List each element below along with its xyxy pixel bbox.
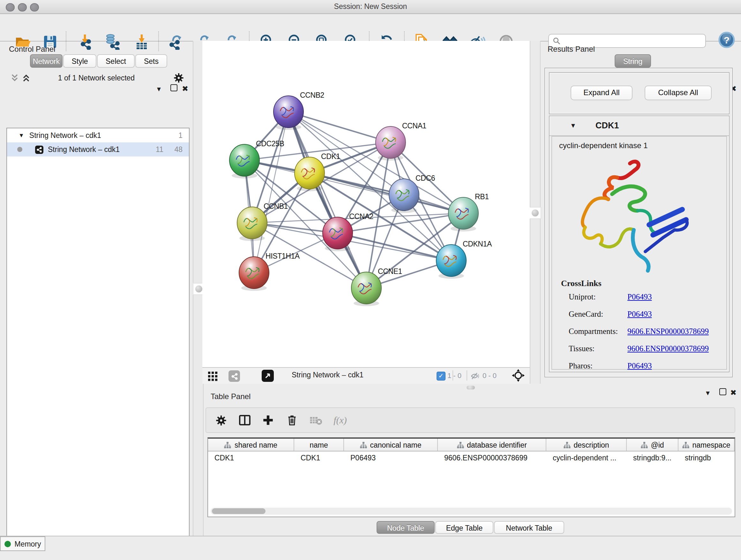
column-network-icon: [682, 442, 689, 448]
section-expander-icon[interactable]: ▼: [570, 122, 576, 129]
crosslink-link[interactable]: P06493: [627, 293, 652, 301]
crosslink-link[interactable]: 9606.ENSP00000378699: [627, 327, 709, 336]
crosslink-row: Compartments:9606.ENSP00000378699: [569, 327, 709, 336]
expand-all-button[interactable]: Expand All: [570, 85, 632, 100]
current-network-dot-icon: [17, 147, 22, 152]
tab-select[interactable]: Select: [97, 54, 135, 68]
column-network-icon: [224, 442, 231, 448]
horizontal-scrollbar-track[interactable]: [211, 508, 732, 515]
column-header-description[interactable]: description: [546, 439, 627, 451]
table-cell: 9606.ENSP00000378699: [438, 451, 546, 463]
tree-expander-icon[interactable]: ▼: [18, 132, 24, 138]
svg-text:CCNA2: CCNA2: [349, 212, 374, 221]
show-columns-icon[interactable]: [236, 412, 253, 428]
network-node-CCNA1[interactable]: CCNA1: [376, 122, 426, 161]
add-column-icon[interactable]: [260, 412, 276, 428]
network-collection-row[interactable]: ▼ String Network – cdk1 1: [7, 128, 189, 142]
open-in-window-icon[interactable]: [262, 370, 274, 382]
memory-button[interactable]: Memory: [0, 537, 45, 551]
network-selection-summary: 1 of 1 Network selected: [0, 74, 193, 82]
column-header-@id[interactable]: @id: [627, 439, 678, 451]
svg-text:CCNA1: CCNA1: [402, 122, 426, 130]
memory-label: Memory: [14, 540, 41, 548]
control-panel-float-icon[interactable]: [171, 84, 178, 91]
column-label: canonical name: [370, 441, 421, 449]
control-panel-menu-icon[interactable]: ▼: [156, 85, 162, 92]
column-label: description: [574, 441, 609, 449]
network-edges: [245, 112, 463, 288]
table-cell: CDK1: [208, 451, 294, 463]
hidden-count: 0 - 0: [482, 372, 496, 379]
hidden-eye-icon[interactable]: [470, 371, 481, 381]
column-header-canonical-name[interactable]: canonical name: [344, 439, 438, 451]
grid-view-icon[interactable]: [208, 372, 218, 381]
network-options-gear-icon[interactable]: [174, 73, 184, 83]
svg-text:CDK1: CDK1: [321, 152, 340, 161]
table-panel-float-icon[interactable]: [719, 388, 726, 395]
crosslink-link[interactable]: 9606.ENSP00000378699: [627, 344, 709, 353]
network-node-HIST1H1A[interactable]: HIST1H1A: [239, 252, 300, 291]
selected-count: 1 - 0: [448, 372, 461, 379]
locate-crosshair-icon[interactable]: [512, 369, 525, 382]
table-row[interactable]: CDK1CDK1P064939606.ENSP00000378699cyclin…: [208, 451, 735, 463]
column-network-icon: [360, 442, 367, 448]
string-view-icon[interactable]: [228, 370, 240, 382]
selected-checkbox-icon[interactable]: ✓: [436, 372, 446, 381]
results-panel-title: Results Panel: [548, 45, 595, 54]
network-node-CDC6[interactable]: CDC6: [389, 174, 435, 213]
tab-style[interactable]: Style: [63, 54, 96, 68]
right-splitter[interactable]: [530, 41, 541, 384]
gene-detail-box: cyclin-dependent kinase 1: [551, 136, 727, 370]
svg-text:RB1: RB1: [475, 192, 489, 201]
delete-column-trash-icon[interactable]: [283, 412, 300, 428]
tab-network-table[interactable]: Network Table: [494, 521, 564, 534]
gene-name: CDK1: [596, 121, 619, 130]
network-node-CCNB2[interactable]: CCNB2: [273, 91, 324, 130]
results-panel: Results Panel ▼ ✖ String Expand All Coll…: [543, 41, 741, 376]
table-panel-close-icon[interactable]: ✖: [730, 388, 737, 397]
crosslink-label: Uniprot:: [569, 293, 627, 302]
title-bar: Session: New Session: [0, 0, 741, 14]
window-title: Session: New Session: [0, 3, 741, 10]
tab-sets[interactable]: Sets: [135, 54, 167, 68]
svg-text:CDC6: CDC6: [415, 174, 435, 182]
tab-node-table[interactable]: Node Table: [377, 521, 434, 534]
column-label: namespace: [692, 441, 731, 449]
table-cell: CDK1: [294, 451, 344, 463]
gene-section-header[interactable]: ▼ CDK1: [549, 116, 729, 136]
table-cell: stringdb:9...: [627, 451, 678, 463]
column-header-database-identifier[interactable]: database identifier: [438, 439, 546, 451]
gene-section: ▼ CDK1 cyclin-dependent kinase 1: [549, 116, 730, 372]
network-node-RB1[interactable]: RB1: [448, 192, 489, 232]
main-toolbar: ?: [0, 14, 741, 42]
network-view-toolbar: [202, 367, 530, 384]
string-results-container: Expand All Collapse All ▼ CDK1 cyclin-de…: [544, 68, 733, 377]
tab-edge-table[interactable]: Edge Table: [435, 521, 493, 534]
collapse-all-button[interactable]: Collapse All: [645, 85, 712, 100]
column-header-name[interactable]: name: [294, 439, 344, 451]
horizontal-scrollbar-thumb[interactable]: [212, 508, 266, 514]
edge-count: 48: [174, 145, 183, 153]
column-header-shared-name[interactable]: shared name: [208, 439, 294, 451]
network-node-CDKN1A[interactable]: CDKN1A: [436, 240, 492, 279]
splitter-handle[interactable]: [529, 207, 541, 219]
column-header-namespace[interactable]: namespace: [678, 439, 735, 451]
net-toolbar-separator: [467, 370, 467, 381]
network-graph[interactable]: CCNB2CCNA1CDC25BCDK1CDC6RB1CCNB1CCNA2CDK…: [202, 41, 530, 367]
crosslink-row: GeneCard:P06493: [569, 310, 652, 319]
network-canvas[interactable]: CCNB2CCNA1CDC25BCDK1CDC6RB1CCNB1CCNA2CDK…: [202, 41, 530, 367]
crosslink-link[interactable]: P06493: [627, 310, 652, 319]
table-settings-gear-icon[interactable]: [212, 412, 229, 428]
table-cell: P06493: [344, 451, 438, 463]
control-panel-title: Control Panel: [9, 45, 55, 54]
tab-string[interactable]: String: [615, 54, 651, 68]
table-cell: stringdb: [678, 451, 735, 463]
control-panel-close-icon[interactable]: ✖: [182, 84, 188, 93]
network-row-selected[interactable]: String Network – cdk1 11 48: [7, 142, 189, 157]
crosslink-link[interactable]: P06493: [627, 361, 652, 370]
svg-text:HIST1H1A: HIST1H1A: [266, 252, 300, 260]
network-node-CDK1[interactable]: CDK1: [294, 152, 340, 191]
protein-structure-image: [567, 156, 695, 280]
table-panel-menu-icon[interactable]: ▼: [704, 389, 711, 396]
tab-network[interactable]: Network: [30, 54, 63, 68]
